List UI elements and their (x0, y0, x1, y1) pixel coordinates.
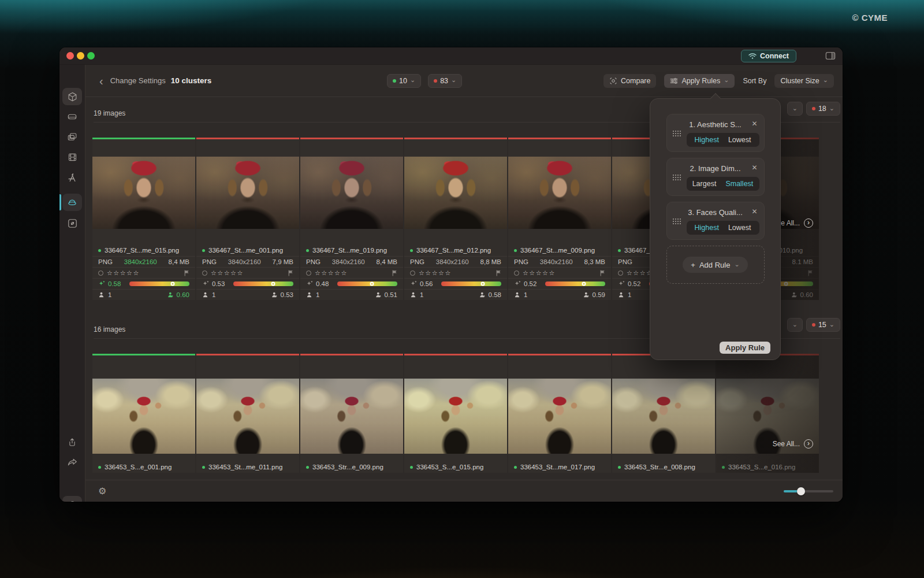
rule-direction-toggle[interactable]: Highest Lowest (687, 133, 759, 147)
close-icon[interactable]: ✕ (751, 208, 757, 216)
sidebar-item-drives[interactable] (62, 108, 82, 125)
flag-icon[interactable] (495, 270, 501, 276)
image-card[interactable]: 336453_S...e_015.png See All... › (404, 354, 507, 473)
compare-button[interactable]: Compare (603, 74, 656, 88)
image-card[interactable]: 336453_Str...e_009.png See All... › (300, 354, 403, 473)
chevron-down-icon: ⌄ (734, 261, 739, 268)
color-label-icon[interactable] (306, 271, 311, 276)
compare-icon (609, 77, 617, 85)
file-format: PNG (410, 258, 424, 265)
close-icon[interactable]: ✕ (751, 164, 757, 172)
connect-button[interactable]: Connect (741, 50, 796, 62)
red-count-dropdown[interactable]: 83 ⌄ (428, 74, 462, 88)
color-label-icon[interactable] (98, 271, 103, 276)
trash-button[interactable] (62, 496, 82, 502)
rule-option[interactable]: Highest (691, 224, 722, 232)
score-gradient-bar (545, 281, 605, 286)
photo-thumbnail[interactable] (300, 379, 403, 454)
image-card[interactable]: 336453_St...me_011.png See All... › (196, 354, 299, 473)
color-label-icon[interactable] (410, 271, 415, 276)
faces-row: 1 0.59 (508, 289, 611, 300)
apply-rule-button[interactable]: Apply Rule (720, 342, 770, 354)
rule-direction-toggle[interactable]: Largest Smallest (687, 177, 759, 191)
zoom-window-button[interactable] (87, 52, 95, 60)
rule-option[interactable]: Lowest (725, 224, 755, 232)
photo-thumbnail[interactable] (508, 379, 611, 454)
color-label-icon[interactable] (618, 271, 623, 276)
chevron-down-icon: ⌄ (829, 105, 834, 112)
sidebar-item-photos[interactable] (62, 128, 82, 146)
cluster-red-count-dropdown[interactable]: 15⌄ (806, 318, 840, 332)
rule-direction-toggle[interactable]: Highest Lowest (687, 221, 759, 235)
rule-card[interactable]: 2. Image Dim... ✕ Largest Smallest (666, 158, 765, 196)
photo-thumbnail[interactable] (404, 157, 507, 229)
cluster-green-count-dropdown[interactable]: ⌄ (787, 318, 803, 332)
star-rating[interactable]: ☆☆☆☆☆ (419, 269, 452, 277)
sidebar-item-apps[interactable] (62, 169, 82, 186)
star-rating[interactable]: ☆☆☆☆☆ (211, 269, 244, 277)
export-button[interactable] (62, 433, 82, 451)
apply-rules-button[interactable]: Apply Rules ⌄ (664, 74, 735, 88)
header-bar: ‹ Change Settings 10 clusters 10 ⌄ 83 ⌄ (85, 65, 843, 97)
cluster-red-count-dropdown[interactable]: 18⌄ (806, 102, 840, 116)
image-card[interactable]: 336467_St...me_019.png PNG 3840x2160 8,4… (300, 138, 403, 300)
sort-value-dropdown[interactable]: Cluster Size ⌄ (774, 74, 834, 88)
drag-handle-icon[interactable] (672, 174, 681, 181)
close-icon[interactable]: ✕ (751, 120, 757, 128)
flag-icon[interactable] (599, 270, 605, 276)
slider-thumb[interactable] (797, 487, 805, 495)
rule-card[interactable]: 3. Faces Quali... ✕ Highest Lowest (666, 202, 765, 240)
photo-thumbnail[interactable] (612, 379, 715, 454)
sidebar-item-resize[interactable] (62, 214, 82, 232)
drag-handle-icon[interactable] (672, 218, 681, 225)
photo-thumbnail[interactable] (92, 157, 195, 229)
flag-icon[interactable] (392, 270, 397, 276)
chevron-down-icon: ⌄ (451, 77, 456, 83)
sidebar-toggle-icon[interactable] (825, 51, 836, 62)
star-rating[interactable]: ☆☆☆☆☆ (107, 269, 140, 277)
image-card[interactable]: 336453_Str...e_008.png See All... › (612, 354, 715, 473)
rule-option[interactable]: Lowest (725, 136, 755, 144)
add-rule-button[interactable]: + Add Rule ⌄ (683, 257, 747, 273)
color-label-icon[interactable] (202, 271, 207, 276)
faces-row: 1 0.60 (92, 289, 195, 300)
flag-icon[interactable] (288, 270, 293, 276)
close-window-button[interactable] (66, 52, 74, 60)
image-card[interactable]: 336467_St...me_009.png PNG 3840x2160 8,3… (508, 138, 611, 300)
sidebar-item-library[interactable] (62, 88, 82, 105)
back-button[interactable]: ‹ (99, 75, 103, 87)
green-count-dropdown[interactable]: 10 ⌄ (387, 74, 421, 88)
photo-thumbnail[interactable] (300, 157, 403, 229)
sidebar-item-clusters[interactable] (62, 194, 82, 211)
cluster-green-count-dropdown[interactable]: ⌄ (787, 102, 803, 116)
photo-thumbnail[interactable] (508, 157, 611, 229)
forward-button[interactable] (62, 454, 82, 471)
see-all-button[interactable]: See All... › (773, 439, 813, 449)
minimize-window-button[interactable] (77, 52, 84, 60)
gear-icon[interactable]: ⚙ (98, 487, 106, 496)
star-rating[interactable]: ☆☆☆☆☆ (315, 269, 348, 277)
image-card[interactable]: 336453_St...me_017.png See All... › (508, 354, 611, 473)
photo-thumbnail[interactable] (196, 157, 299, 229)
photo-thumbnail[interactable] (92, 379, 195, 454)
green-dot (393, 79, 396, 83)
photo-thumbnail[interactable] (196, 379, 299, 454)
status-dot (410, 466, 413, 469)
faces-count: 1 (628, 291, 631, 298)
star-rating[interactable]: ☆☆☆☆☆ (523, 269, 556, 277)
image-card[interactable]: 336453_S...e_016.png See All... › (716, 354, 819, 473)
drag-handle-icon[interactable] (672, 130, 681, 137)
image-card[interactable]: 336467_St...me_015.png PNG 3840x2160 8,4… (92, 138, 195, 300)
thumbnail-size-slider[interactable] (784, 487, 833, 495)
rule-option[interactable]: Highest (691, 136, 722, 144)
flag-icon[interactable] (184, 270, 189, 276)
rule-card[interactable]: 1. Aesthetic S... ✕ Highest Lowest (666, 114, 765, 152)
image-card[interactable]: 336467_St...me_012.png PNG 3840x2160 8,8… (404, 138, 507, 300)
image-card[interactable]: 336467_St...me_001.png PNG 3840x2160 7,9… (196, 138, 299, 300)
sidebar-item-videos[interactable] (62, 149, 82, 166)
rule-option[interactable]: Smallest (722, 180, 757, 188)
color-label-icon[interactable] (514, 271, 519, 276)
image-card[interactable]: 336453_S...e_001.png See All... › (92, 354, 195, 473)
rule-option[interactable]: Largest (689, 180, 720, 188)
photo-thumbnail[interactable] (404, 379, 507, 454)
